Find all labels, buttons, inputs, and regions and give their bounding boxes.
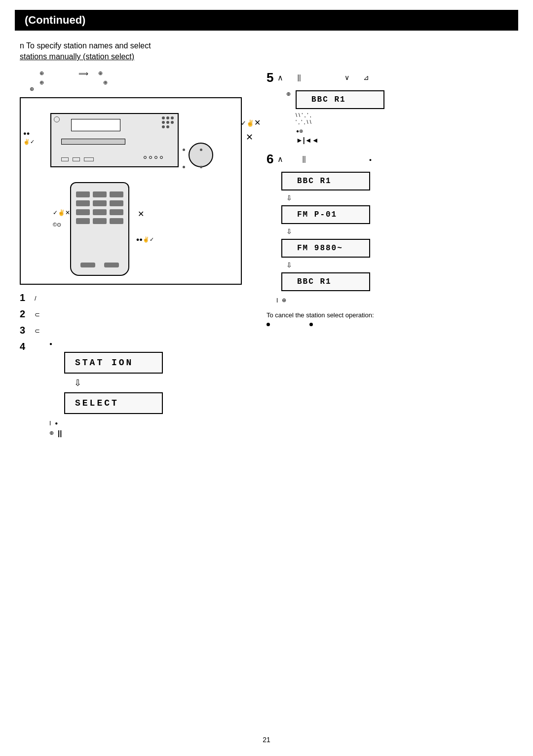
header-title: (Continued): [25, 14, 85, 26]
arrow-down-s6-2: ⇩: [286, 227, 513, 235]
cancel-bullet-2: [309, 323, 313, 326]
page-header: (Continued): [15, 10, 518, 31]
lcd-bbc-r1-s6-1: BBC R1: [281, 172, 370, 190]
step-6-header: 6 ∧ || ●: [266, 151, 513, 167]
lcd-fm-9880: FM 9880~: [281, 239, 370, 258]
lcd-fm-p01: FM P-01: [281, 205, 370, 224]
left-column: ⊕ ⟹ ⊕ ⊕ ⊕ ⊕: [20, 68, 242, 442]
step-6-number: 6: [266, 151, 273, 167]
step-5-play-skip: ►|◄◄: [296, 136, 319, 144]
cancel-label: To cancel the station select operation:: [266, 311, 374, 319]
step-6-circle: ⊕: [282, 297, 286, 303]
step-4-content: ● STAT ION ⇩ SELECT I ● ⊕ ||: [49, 341, 163, 437]
step-1-slash: /: [35, 292, 37, 303]
step-4: 4 ● STAT ION ⇩ SELECT I ●: [20, 341, 242, 437]
step-label-left: ⊕: [39, 79, 44, 86]
page-number: 21: [263, 736, 270, 744]
step-6-pause: ||: [302, 155, 305, 163]
step-2-symbol: ⊂: [35, 308, 40, 320]
step-6-caret: ∧: [277, 154, 283, 164]
step-1: 1 /: [20, 292, 242, 303]
circle-icon-2: ⊕: [98, 70, 103, 76]
step-label-bottom: ⊕: [30, 86, 34, 92]
step-5-caret: ∧: [277, 73, 283, 82]
step-4-bullet: ●: [49, 341, 52, 346]
tick-marks-bottom: ' , ' , \ \: [296, 119, 311, 125]
left-icon-2: ✌✓: [23, 139, 35, 145]
circle-step4: ⊕: [49, 430, 54, 436]
step-label-right: ⊕: [103, 79, 108, 86]
cancel-text: To cancel the station select operation:: [266, 311, 513, 319]
step-5-area: 5 ∧ || ∨ ⊿ ⊕ BBC R1: [266, 70, 513, 144]
left-icon-1: ●●: [23, 130, 35, 136]
step-4-I: I: [49, 420, 51, 427]
step-6-area: 6 ∧ || ● BBC R1 ⇩: [266, 151, 513, 304]
step-5-header: 5 ∧ || ∨ ⊿: [266, 70, 513, 85]
down-arrow-1: ⇩: [74, 378, 163, 388]
remote-left-icon: ©⊙: [53, 222, 61, 227]
step-6-I: I: [276, 297, 278, 304]
lcd-bbc-r1-step5: BBC R1: [296, 90, 384, 109]
step-5-check: ∨: [344, 74, 349, 81]
cancel-bullet-row: [266, 323, 513, 326]
step-3: 3 ⊂: [20, 325, 242, 336]
right-column: 5 ∧ || ∨ ⊿ ⊕ BBC R1: [257, 68, 513, 442]
device-illustration: ●● ✌✓ ✓✌✕ ✕ ©⊙: [20, 97, 242, 285]
step-5-number: 5: [266, 70, 273, 85]
lcd-bbc-r1-s6-2: BBC R1: [281, 272, 370, 291]
step-2-number: 2: [20, 308, 30, 320]
arrow-down-s6-1: ⇩: [286, 194, 513, 202]
step-5-check-bullet: ●⊕: [296, 128, 303, 134]
section-title: n To specify station names and select st…: [20, 40, 513, 63]
pause-step4: ||: [58, 429, 62, 437]
step-4-number: 4: [20, 341, 30, 352]
remote-x-icon: ✕: [138, 210, 144, 218]
circle-icon-1: ⊕: [39, 70, 44, 76]
remote-right-icon: ●●✌✓: [136, 236, 154, 242]
arrow-down-s6-3: ⇩: [286, 261, 513, 269]
lcd-select: SELECT: [64, 392, 163, 414]
step-3-symbol: ⊂: [35, 325, 40, 336]
bullet-icon-2: [309, 323, 313, 326]
arrow-forward-icon: ⟹: [78, 70, 88, 77]
step-4-bullet2: ●: [55, 420, 58, 426]
step-5-diag: ⊿: [363, 74, 369, 81]
lcd-station: STAT ION: [64, 352, 163, 374]
x-icon: ✕: [246, 132, 253, 142]
step-2: 2 ⊂: [20, 308, 242, 320]
bullet-icon-1: [266, 323, 270, 326]
step-5-circle: ⊕: [286, 91, 291, 97]
step-6-bullet: ●: [369, 157, 372, 162]
remote-checkmark-icon: ✓✌✕: [53, 209, 70, 216]
checkmark-icon: ✓✌: [241, 119, 254, 127]
cancel-bullet-1: [266, 323, 270, 326]
section-title-line1: n To specify station names and select: [20, 41, 151, 50]
step-5-pause: ||: [297, 74, 301, 81]
step-1-number: 1: [20, 292, 30, 303]
step-3-number: 3: [20, 325, 30, 336]
tick-marks-top: \ \ ' , ' ,: [296, 112, 311, 118]
section-title-line2: stations manually (station select): [20, 52, 134, 61]
